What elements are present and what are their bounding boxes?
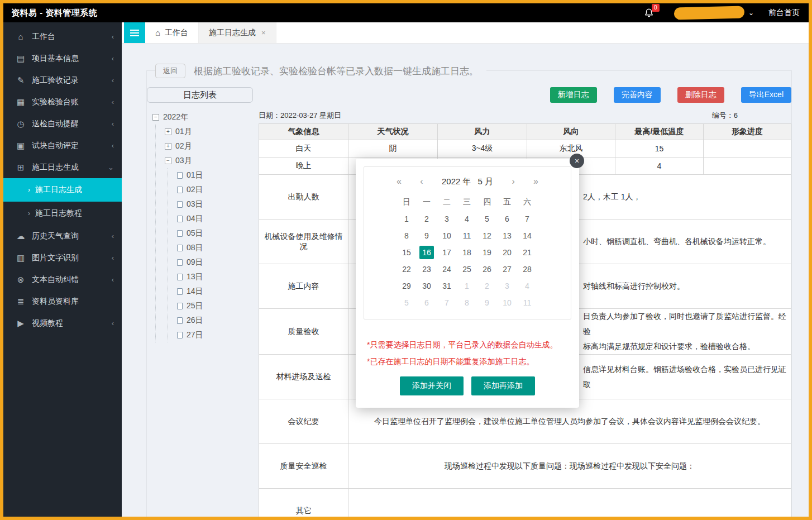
calendar-day[interactable]: 8 <box>457 294 477 311</box>
sidebar-item-text-correction[interactable]: ⊗ 文本自动纠错 ‹ <box>3 269 122 290</box>
sidebar-item-inspection-reminder[interactable]: ◷ 送检自动提醒 ‹ <box>3 113 122 135</box>
calendar-day[interactable]: 30 <box>417 278 437 294</box>
calendar-day[interactable]: 5 <box>397 294 417 311</box>
calendar-day[interactable]: 8 <box>397 227 417 244</box>
add-and-continue-button[interactable]: 添加再添加 <box>471 376 535 395</box>
tree-day-item[interactable]: 14日 <box>177 284 253 299</box>
calendar-day[interactable]: 11 <box>517 294 537 311</box>
calendar-day[interactable]: 11 <box>457 227 477 244</box>
sidebar-item-lab-ledger[interactable]: ▦ 实验检验台账 ‹ <box>3 91 122 113</box>
calendar-day[interactable]: 10 <box>497 294 517 311</box>
calendar-day[interactable]: 25 <box>457 261 477 278</box>
user-name-redacted[interactable] <box>674 6 745 20</box>
sidebar-item-project-info[interactable]: ▤ 项目基本信息 ‹ <box>3 47 122 69</box>
calendar-day[interactable]: 27 <box>497 261 517 278</box>
tree-day-item[interactable]: 09日 <box>177 255 253 270</box>
calendar-day[interactable]: 14 <box>517 227 537 244</box>
calendar-day[interactable]: 24 <box>437 261 457 278</box>
tree-month-node[interactable]: − 03月 <box>165 154 253 168</box>
calendar-day[interactable]: 23 <box>417 261 437 278</box>
tree-day-item[interactable]: 05日 <box>177 226 253 241</box>
calendar-day[interactable]: 4 <box>457 211 477 227</box>
prev-year-button[interactable]: « <box>397 176 402 187</box>
calendar-day[interactable]: 10 <box>437 227 457 244</box>
add-log-button[interactable]: 新增日志 <box>550 87 597 103</box>
calendar-day[interactable]: 26 <box>477 261 497 278</box>
calendar-day[interactable]: 3 <box>497 278 517 294</box>
calendar-day-grid: 1 2 3 4 5 <box>397 211 538 311</box>
sidebar-item-data-library[interactable]: ≣ 资料员资料库 <box>3 290 122 312</box>
tree-day-label: 01日 <box>187 170 203 180</box>
prev-month-button[interactable]: ‹ <box>420 176 423 187</box>
export-excel-button[interactable]: 导出Excel <box>741 87 791 103</box>
expand-toggle[interactable]: + <box>165 128 171 135</box>
tree-day-item[interactable]: 03日 <box>177 197 253 212</box>
calendar-day[interactable]: 19 <box>477 244 497 261</box>
tree-month-node[interactable]: + 01月 <box>165 125 253 139</box>
tree-day-item[interactable]: 08日 <box>177 241 253 255</box>
collapse-toggle[interactable]: − <box>152 114 159 121</box>
calendar-day[interactable]: 6 <box>417 294 437 311</box>
tab-log-generation[interactable]: 施工日志生成 × <box>199 22 276 43</box>
close-icon[interactable]: × <box>261 28 266 37</box>
tree-day-item[interactable]: 04日 <box>177 212 253 226</box>
sidebar-subitem-log-generation[interactable]: › 施工日志生成 <box>3 178 122 202</box>
sidebar-item-ocr[interactable]: ▥ 图片文字识别 ‹ <box>3 247 122 269</box>
calendar-day[interactable]: 3 <box>437 211 457 227</box>
next-year-button[interactable]: » <box>533 176 538 187</box>
calendar-day[interactable]: 2 <box>417 211 437 227</box>
calendar-day[interactable]: 17 <box>437 244 457 261</box>
next-month-button[interactable]: › <box>512 176 514 187</box>
calendar-day[interactable]: 28 <box>517 261 537 278</box>
calendar-day[interactable]: 13 <box>497 227 517 244</box>
tree-day-item[interactable]: 01日 <box>177 168 253 183</box>
expand-toggle[interactable]: + <box>165 143 171 150</box>
back-button[interactable]: 返回 <box>155 64 185 78</box>
add-and-close-button[interactable]: 添加并关闭 <box>400 376 464 395</box>
calendar-day[interactable]: 5 <box>477 211 497 227</box>
tree-day-item[interactable]: 13日 <box>177 270 253 284</box>
tab-workbench[interactable]: ⌂ 工作台 <box>145 22 199 43</box>
sidebar-item-weather-history[interactable]: ☁ 历史天气查询 ‹ <box>3 225 122 247</box>
calendar-day[interactable]: 16 <box>417 244 437 261</box>
sidebar-item-workbench[interactable]: ⌂ 工作台 ‹ <box>3 26 122 47</box>
calendar-day[interactable]: 15 <box>397 244 417 261</box>
calendar-year-label[interactable]: 2022 年 <box>442 176 471 187</box>
calendar-day[interactable]: 20 <box>497 244 517 261</box>
calendar-day[interactable]: 18 <box>457 244 477 261</box>
calendar-day[interactable]: 6 <box>497 211 517 227</box>
collapse-toggle[interactable]: − <box>165 158 171 164</box>
tree-day-item[interactable]: 02日 <box>177 183 253 197</box>
calendar-day[interactable]: 31 <box>437 278 457 294</box>
calendar-day[interactable]: 4 <box>517 278 537 294</box>
calendar-day[interactable]: 21 <box>517 244 537 261</box>
tree-day-item[interactable]: 27日 <box>177 328 253 342</box>
calendar-day[interactable]: 7 <box>517 211 537 227</box>
calendar-day[interactable]: 1 <box>397 211 417 227</box>
sidebar-item-video-tutorial[interactable]: ▶ 视频教程 ‹ <box>3 312 122 334</box>
sidebar-item-construction-acceptance[interactable]: ✎ 施工验收记录 ‹ <box>3 69 122 91</box>
calendar-day[interactable]: 7 <box>437 294 457 311</box>
close-icon[interactable]: × <box>570 154 584 168</box>
calendar-day[interactable]: 9 <box>477 294 497 311</box>
tree-day-item[interactable]: 26日 <box>177 313 253 328</box>
calendar-day[interactable]: 29 <box>397 278 417 294</box>
calendar-month-label[interactable]: 5 月 <box>478 176 494 187</box>
sidebar-item-log-generation[interactable]: ⊞ 施工日志生成 ⌄ <box>3 156 122 178</box>
calendar-day[interactable]: 1 <box>457 278 477 294</box>
row-label: 其它 <box>259 489 348 517</box>
tree-day-item[interactable]: 25日 <box>177 299 253 313</box>
tree-month-node[interactable]: + 02月 <box>165 139 253 154</box>
improve-content-button[interactable]: 完善内容 <box>614 87 661 103</box>
sidebar-item-test-block-eval[interactable]: ▣ 试块自动评定 ‹ <box>3 135 122 156</box>
calendar-day[interactable]: 2 <box>477 278 497 294</box>
sidebar-subitem-log-tutorial[interactable]: › 施工日志教程 <box>3 202 122 225</box>
notification-bell[interactable]: 0 <box>644 8 654 18</box>
tree-year-node[interactable]: − 2022年 <box>152 110 253 125</box>
delete-log-button[interactable]: 删除日志 <box>677 87 724 103</box>
collapse-sidebar-button[interactable] <box>124 22 145 43</box>
front-home-link[interactable]: 前台首页 <box>768 8 800 18</box>
calendar-day[interactable]: 22 <box>397 261 417 278</box>
calendar-day[interactable]: 9 <box>417 227 437 244</box>
calendar-day[interactable]: 12 <box>477 227 497 244</box>
